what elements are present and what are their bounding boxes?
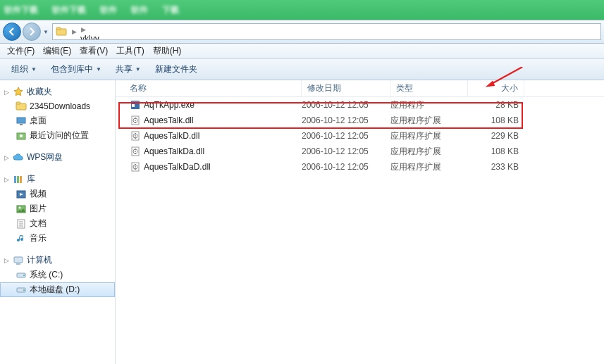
- file-name: AqTkApp.exe: [144, 100, 302, 110]
- libraries-header[interactable]: ▷ 库: [0, 172, 115, 187]
- nav-item-label: 桌面: [30, 115, 47, 127]
- video-icon: [16, 189, 27, 200]
- svg-rect-1: [56, 27, 61, 30]
- computer-item[interactable]: 系统 (C:): [0, 268, 115, 282]
- file-row[interactable]: AquesTalkDa.dll2006-10-12 12:05应用程序扩展108…: [116, 144, 604, 159]
- menu-view[interactable]: 查看(V): [75, 44, 112, 58]
- svg-rect-42: [135, 153, 136, 154]
- file-name: AquesTalk.dll: [144, 115, 302, 125]
- include-lib-button[interactable]: 包含到库中▼: [45, 61, 107, 77]
- svg-point-24: [23, 289, 25, 291]
- nav-item-label: 最近访问的位置: [30, 130, 89, 142]
- drive-icon: [16, 284, 27, 296]
- nav-item-label: 音乐: [30, 232, 47, 244]
- drive-icon: [16, 270, 27, 281]
- command-bar: 组织▼ 包含到库中▼ 共享▼ 新建文件夹: [0, 59, 604, 80]
- file-type: 应用程序扩展: [390, 115, 468, 127]
- svg-rect-32: [135, 122, 136, 123]
- menu-help[interactable]: 帮助(H): [149, 44, 186, 58]
- breadcrumb-segment[interactable]: 123456: [79, 23, 180, 24]
- cloud-icon: [13, 152, 24, 163]
- forward-button[interactable]: [23, 23, 41, 41]
- menu-edit[interactable]: 编辑(E): [39, 44, 75, 58]
- file-type: 应用程序扩展: [390, 161, 468, 173]
- svg-rect-19: [14, 257, 23, 263]
- back-button[interactable]: [3, 23, 21, 41]
- file-row[interactable]: AquesTalkD.dll2006-10-12 12:05应用程序扩展229 …: [116, 128, 604, 144]
- navigation-pane: ▷ 收藏夹 2345Downloads桌面最近访问的位置 ▷ WPS网盘 ▷ 库…: [0, 80, 116, 364]
- file-type: 应用程序扩展: [390, 146, 468, 158]
- dll-icon: [130, 146, 141, 157]
- svg-rect-9: [17, 176, 19, 183]
- menu-file[interactable]: 文件(F): [3, 44, 39, 58]
- file-row[interactable]: AquesTalk.dll2006-10-12 12:05应用程序扩展108 K…: [116, 113, 604, 128]
- file-date: 2006-10-12 12:05: [302, 146, 390, 156]
- wps-header[interactable]: ▷ WPS网盘: [0, 150, 115, 165]
- libraries-item[interactable]: 音乐: [0, 231, 115, 246]
- favorites-item[interactable]: 最近访问的位置: [0, 128, 115, 143]
- new-folder-button[interactable]: 新建文件夹: [149, 61, 203, 77]
- file-type: 应用程序: [390, 99, 468, 111]
- svg-point-45: [135, 166, 136, 168]
- dll-icon: [130, 115, 141, 126]
- window-titlebar: 软件下载 软件下载 软件 软件 下载: [0, 0, 604, 20]
- libraries-item[interactable]: 图片: [0, 201, 115, 216]
- organize-button[interactable]: 组织▼: [6, 61, 42, 77]
- favorites-item[interactable]: 桌面: [0, 113, 115, 128]
- file-name: AquesTalkDa.dll: [144, 146, 302, 156]
- nav-item-label: 视频: [30, 188, 47, 200]
- dll-icon: [130, 161, 141, 172]
- menu-bar: 文件(F) 编辑(E) 查看(V) 工具(T) 帮助(H): [0, 44, 604, 59]
- file-date: 2006-10-12 12:05: [302, 162, 390, 172]
- address-bar[interactable]: ▶ 计算机▶本地磁盘 (D:)▶360安全浏览器下载▶123456▶yklyy▶…: [52, 23, 601, 40]
- libraries-item[interactable]: 文档: [0, 216, 115, 231]
- svg-point-35: [135, 135, 136, 137]
- col-date[interactable]: 修改日期: [302, 80, 390, 96]
- nav-item-label: 文档: [30, 218, 47, 230]
- svg-rect-10: [20, 176, 22, 183]
- svg-point-7: [20, 134, 23, 137]
- svg-rect-27: [132, 104, 135, 107]
- svg-rect-36: [135, 133, 136, 134]
- file-row[interactable]: AquesTalkDaD.dll2006-10-12 12:05应用程序扩展23…: [116, 159, 604, 175]
- breadcrumb-segment[interactable]: yklyy: [79, 34, 180, 40]
- navigation-bar: ▼ ▶ 计算机▶本地磁盘 (D:)▶360安全浏览器下载▶123456▶ykly…: [0, 20, 604, 44]
- folder-icon: [16, 101, 27, 112]
- file-name: AquesTalkDaD.dll: [144, 162, 302, 172]
- favorites-header[interactable]: ▷ 收藏夹: [0, 84, 115, 99]
- col-size[interactable]: 大小: [468, 80, 524, 96]
- dll-icon: [130, 130, 141, 142]
- col-name[interactable]: 名称: [116, 80, 302, 96]
- computer-item[interactable]: 本地磁盘 (D:): [0, 282, 115, 297]
- library-icon: [13, 174, 24, 185]
- col-type[interactable]: 类型: [390, 80, 468, 96]
- file-name: AquesTalkD.dll: [144, 131, 302, 141]
- svg-rect-5: [20, 124, 23, 125]
- history-dropdown[interactable]: ▼: [42, 27, 49, 37]
- share-button[interactable]: 共享▼: [110, 61, 147, 77]
- svg-rect-41: [135, 149, 136, 150]
- recent-icon: [16, 130, 27, 142]
- nav-item-label: 图片: [30, 203, 47, 215]
- file-size: 233 KB: [468, 162, 519, 172]
- document-icon: [16, 218, 27, 230]
- computer-header[interactable]: ▷ 计算机: [0, 253, 115, 268]
- computer-icon: [13, 255, 24, 266]
- folder-icon: [56, 26, 67, 37]
- picture-icon: [16, 203, 27, 215]
- nav-item-label: 本地磁盘 (D:): [30, 284, 80, 296]
- libraries-item[interactable]: 视频: [0, 187, 115, 201]
- menu-tools[interactable]: 工具(T): [112, 44, 148, 58]
- svg-rect-37: [135, 137, 136, 139]
- star-icon: [13, 87, 24, 98]
- svg-rect-8: [14, 176, 16, 183]
- chevron-right-icon[interactable]: ▶: [79, 26, 88, 33]
- chevron-right-icon[interactable]: ▶: [70, 28, 79, 35]
- file-type: 应用程序扩展: [390, 130, 468, 142]
- svg-rect-20: [16, 263, 20, 265]
- column-headers: 名称 修改日期 类型 大小: [116, 80, 604, 97]
- svg-point-22: [23, 275, 25, 276]
- file-row[interactable]: AqTkApp.exe2006-10-12 12:05应用程序28 KB: [116, 97, 604, 113]
- favorites-item[interactable]: 2345Downloads: [0, 99, 115, 113]
- file-date: 2006-10-12 12:05: [302, 131, 390, 141]
